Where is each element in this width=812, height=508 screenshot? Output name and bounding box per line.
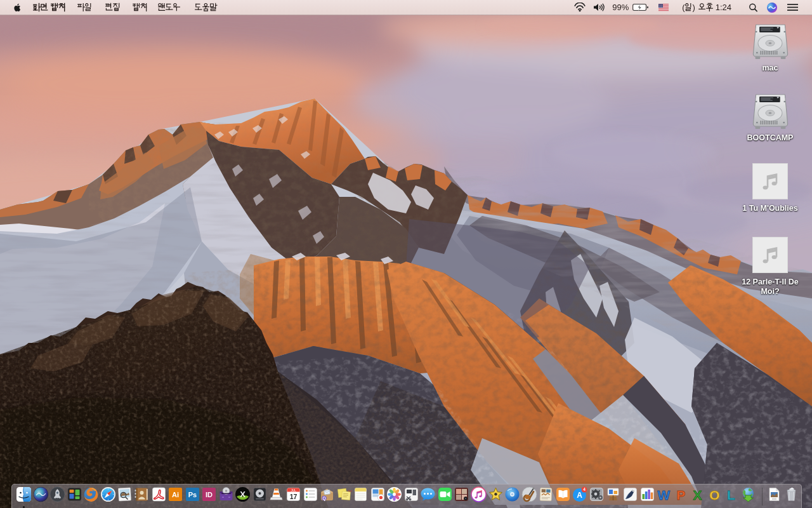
svg-text:A: A [577, 491, 582, 500]
svg-text:P: P [676, 488, 685, 502]
svg-text:Note: Note [348, 489, 352, 493]
svg-text:4: 4 [583, 487, 586, 491]
svg-text:X: X [240, 490, 246, 499]
svg-text:JUL: JUL [291, 489, 296, 492]
svg-text:W: W [658, 488, 671, 502]
svg-text:Ps: Ps [188, 491, 196, 498]
svg-text:Ai: Ai [172, 491, 179, 498]
svg-text:ID: ID [206, 491, 213, 498]
svg-text:O: O [709, 488, 719, 502]
svg-text:L: L [727, 488, 735, 502]
svg-text:Q: Q [322, 496, 325, 501]
svg-text:X: X [693, 488, 702, 502]
svg-text:17: 17 [290, 493, 298, 500]
